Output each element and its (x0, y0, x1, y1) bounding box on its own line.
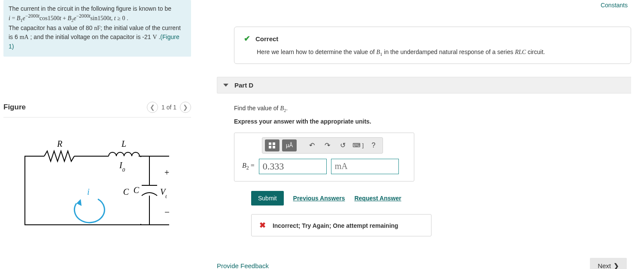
answer-panel: µÅ ↶ ↷ ↺ ⌨ ] ? B2 = (234, 133, 414, 181)
svg-text:R: R (57, 139, 62, 148)
next-label: Next (598, 262, 611, 269)
figure-next-button[interactable]: ❯ (180, 102, 191, 113)
undo-icon[interactable]: ↶ (305, 139, 318, 151)
problem-intro: The current in the circuit in the follow… (9, 5, 171, 12)
svg-rect-26 (169, 155, 173, 226)
redo-icon[interactable]: ↷ (321, 139, 334, 151)
question-instruction: Express your answer with the appropriate… (234, 118, 631, 125)
svg-rect-31 (269, 146, 271, 148)
provide-feedback-link[interactable]: Provide Feedback (217, 262, 269, 269)
part-title: Part D (234, 82, 253, 89)
previous-answers-link[interactable]: Previous Answers (293, 195, 345, 202)
request-answer-link[interactable]: Request Answer (354, 195, 401, 202)
help-icon[interactable]: ? (367, 139, 380, 151)
svg-text:C: C (134, 185, 140, 195)
problem-equation: i = B1e−2000tcos1500t + B2e−2000tsin1500… (9, 15, 127, 21)
problem-statement: The current in the circuit in the follow… (3, 0, 191, 57)
result-text: Incorrect; Try Again; One attempt remain… (273, 222, 398, 229)
keyboard-icon[interactable]: ⌨ ] (352, 139, 365, 151)
answer-variable: B2 = (242, 162, 255, 171)
reset-icon[interactable]: ↺ (336, 139, 349, 151)
answer-value-input[interactable] (259, 159, 327, 174)
figure-title: Figure (3, 103, 26, 112)
svg-rect-16 (140, 197, 142, 224)
svg-rect-32 (273, 146, 275, 148)
svg-text:C: C (123, 187, 129, 196)
part-header[interactable]: Part D (217, 77, 631, 94)
svg-text:I0: I0 (119, 160, 125, 173)
correct-title: Correct (255, 35, 278, 42)
answer-unit-input[interactable] (331, 159, 399, 174)
svg-text:i: i (87, 187, 90, 196)
svg-rect-30 (273, 142, 275, 145)
result-feedback: ✖ Incorrect; Try Again; One attempt rema… (251, 214, 431, 236)
svg-rect-29 (269, 142, 271, 145)
svg-text:L: L (121, 139, 126, 148)
chevron-right-icon: ❯ (614, 262, 619, 269)
answer-toolbar: µÅ ↶ ↷ ↺ ⌨ ] ? (262, 137, 383, 154)
units-button[interactable]: µÅ (282, 139, 297, 151)
next-button[interactable]: Next ❯ (590, 258, 627, 269)
correct-description: Here we learn how to determine the value… (257, 48, 621, 57)
submit-button[interactable]: Submit (251, 191, 284, 206)
svg-rect-15 (140, 157, 142, 186)
check-icon: ✔ (244, 34, 250, 43)
template-button[interactable] (265, 139, 279, 151)
constants-link[interactable]: Constants (601, 2, 628, 9)
svg-text:+: + (164, 168, 169, 177)
svg-text:−: − (164, 207, 170, 218)
caret-down-icon (223, 84, 228, 87)
question-text: Find the value of B2. (234, 105, 631, 113)
figure-prev-button[interactable]: ❮ (147, 102, 158, 113)
x-icon: ✖ (259, 221, 266, 230)
figure-pager-text: 1 of 1 (161, 104, 176, 111)
correct-feedback: ✔ Correct Here we learn how to determine… (234, 27, 631, 64)
circuit-figure: R L I0 C + V0 − (3, 118, 191, 256)
svg-marker-27 (76, 199, 82, 206)
